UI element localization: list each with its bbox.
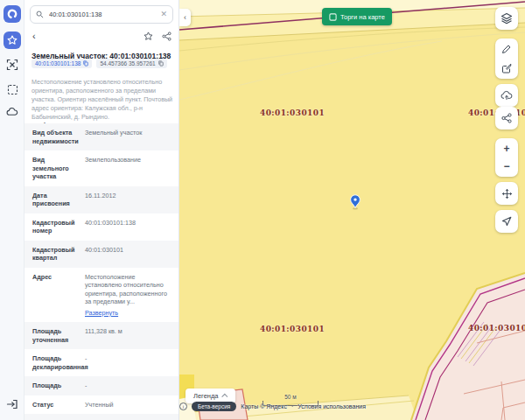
nspd-logo xyxy=(6,8,18,20)
search-icon xyxy=(36,10,44,18)
location-pin-icon[interactable] xyxy=(349,194,361,210)
edit-tools-group xyxy=(495,38,518,79)
exit-icon xyxy=(6,398,18,410)
share-icon xyxy=(501,113,512,123)
table-row-address: Адрес Местоположение установлено относит… xyxy=(24,268,179,323)
copy-icon[interactable] xyxy=(83,60,88,66)
pencil-button[interactable] xyxy=(495,40,518,58)
attr-separator: · xyxy=(291,403,293,410)
draw-area-button[interactable] xyxy=(4,80,21,98)
quarter-label: 40:01:030101 xyxy=(260,108,325,117)
map-canvas[interactable]: 40:01:030101 40:01:030101 40:01:030101 4… xyxy=(179,0,525,420)
share-icon[interactable] xyxy=(162,32,172,41)
navigate-icon xyxy=(501,216,512,227)
pan-button[interactable] xyxy=(495,182,518,205)
trades-button-label: Торги на карте xyxy=(340,13,385,21)
search-bar[interactable]: ✕ xyxy=(30,5,173,24)
scale-label: 50 м xyxy=(263,394,318,400)
details-panel: ✕ ‹ Земельный участок: 40:01:030101:138 … xyxy=(24,0,179,420)
table-row: Вид объекта недвижимостиЗемельный участо… xyxy=(24,123,179,150)
legend-label: Легенда xyxy=(193,392,219,400)
beta-badge: Бета-версия xyxy=(192,402,236,411)
table-row: СтатусУчтенный xyxy=(24,396,179,415)
dashed-square-icon xyxy=(7,84,18,95)
share-map-button[interactable] xyxy=(495,107,518,130)
pencil-icon xyxy=(501,44,512,54)
zoom-in-button[interactable]: + xyxy=(495,140,518,158)
quarter-label: 40:01:030101 xyxy=(260,325,325,333)
frame-select-icon xyxy=(6,59,18,71)
exit-button[interactable] xyxy=(4,396,21,413)
back-button[interactable]: ‹ xyxy=(32,32,36,41)
zoom-out-button[interactable]: − xyxy=(495,158,518,175)
star-icon xyxy=(7,35,18,46)
select-area-button[interactable] xyxy=(4,56,21,74)
app-logo-icon[interactable] xyxy=(4,5,21,23)
table-row: Площадь- xyxy=(24,376,179,396)
trades-on-map-button[interactable]: Торги на карте xyxy=(322,8,392,25)
info-icon[interactable]: i xyxy=(179,402,187,410)
copy-icon[interactable] xyxy=(158,60,164,66)
object-description: Местоположение установлено относительно … xyxy=(32,78,173,122)
table-row: Кадастровый номер40:01:030101:138 xyxy=(24,214,179,241)
table-row: Кадастровый квартал40:01:030101 xyxy=(24,241,179,268)
terms-link[interactable]: Условия использования xyxy=(298,403,366,410)
favorites-button[interactable] xyxy=(4,32,21,49)
chip-label: 54.457366 35.957261 xyxy=(100,60,155,66)
table-row: Категория земельЗемли населенных пунктов xyxy=(24,414,179,420)
table-row: Дата присвоения16.11.2012 xyxy=(24,186,179,214)
attributes-table: Вид объекта недвижимостиЗемельный участо… xyxy=(24,123,179,420)
maps-credit-link[interactable]: Карты © Яндекс xyxy=(241,403,287,410)
layers-button[interactable] xyxy=(495,7,518,30)
chevron-up-icon xyxy=(221,394,228,400)
app-window: ✕ ‹ Земельный участок: 40:01:030101:138 … xyxy=(0,0,525,420)
table-row: Вид земельного участкаЗемлепользование xyxy=(24,150,179,186)
map-attribution: i Бета-версия Карты © Яндекс · Условия и… xyxy=(179,402,366,411)
icon-rail xyxy=(0,0,24,420)
checkbox-icon xyxy=(329,13,337,21)
move-icon xyxy=(501,188,513,200)
collapse-panel-button[interactable]: ‹ xyxy=(179,9,191,26)
table-row: Площадь декларированная- xyxy=(24,349,179,376)
locate-button[interactable] xyxy=(495,210,518,233)
panel-subheader: ‹ xyxy=(24,29,179,43)
chips-row: 40:01:030101:138 54.457366 35.957261 xyxy=(32,59,167,68)
compose-icon xyxy=(501,63,512,74)
layers-icon xyxy=(500,12,513,24)
cloud-icon xyxy=(6,106,18,118)
expand-link[interactable]: Развернуть xyxy=(85,309,172,318)
address-value: Местоположение установлено относительно … xyxy=(85,273,167,306)
cloud-upload-button[interactable] xyxy=(495,84,518,107)
chip-label: 40:01:030101:138 xyxy=(35,60,80,66)
coordinates-chip[interactable]: 54.457366 35.957261 xyxy=(96,59,166,68)
cloud-button[interactable] xyxy=(4,103,21,121)
map-graphics xyxy=(179,0,525,420)
cloud-upload-icon xyxy=(500,89,513,102)
search-clear-icon[interactable]: ✕ xyxy=(160,10,167,18)
compose-button[interactable] xyxy=(495,60,518,77)
table-row: Площадь уточненная111,328 кв. м xyxy=(24,322,179,349)
star-outline-icon[interactable] xyxy=(144,32,153,41)
quarter-label: 40:01:030101 xyxy=(468,324,525,332)
zoom-control: + − xyxy=(495,138,518,177)
cadastral-number-chip[interactable]: 40:01:030101:138 xyxy=(32,59,92,68)
search-input[interactable] xyxy=(47,10,157,19)
